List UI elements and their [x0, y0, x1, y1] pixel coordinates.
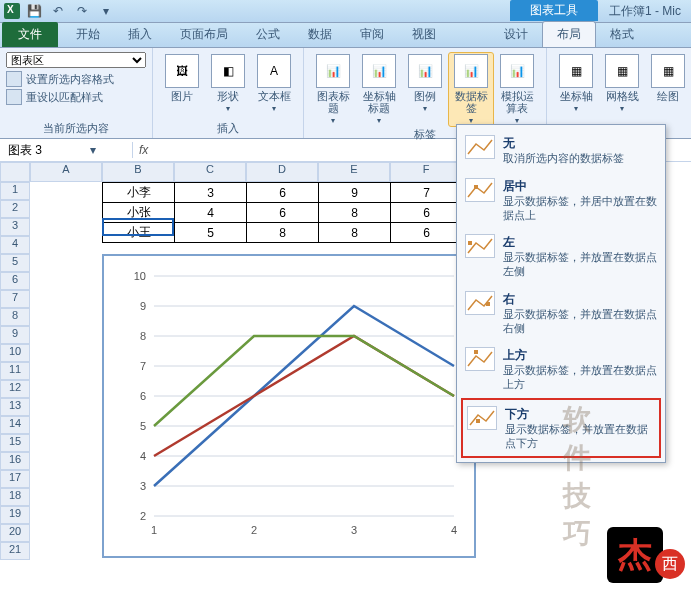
watermark: 软件技巧 杰 西: [607, 527, 685, 583]
group-label: 插入: [159, 121, 297, 136]
cell-B4[interactable]: 小王: [103, 223, 175, 243]
title-bar: 💾 ↶ ↷ ▾ 图表工具 工作簿1 - Mic: [0, 0, 691, 23]
data-labels-right[interactable]: 右显示数据标签，并放置在数据点右侧: [461, 285, 661, 342]
row-header[interactable]: 9: [0, 326, 30, 344]
data-labels-button[interactable]: 📊数据标签▾: [448, 52, 494, 127]
format-selection-button[interactable]: 设置所选内容格式: [6, 71, 146, 87]
row-header[interactable]: 21: [0, 542, 30, 560]
cell-C2[interactable]: 3: [175, 183, 247, 203]
redo-button[interactable]: ↷: [72, 2, 92, 20]
row-header[interactable]: 5: [0, 254, 30, 272]
select-all-corner[interactable]: [0, 162, 30, 182]
tab-layout[interactable]: 布局: [542, 21, 596, 47]
cell-F4[interactable]: 6: [391, 223, 463, 243]
cell-F2[interactable]: 7: [391, 183, 463, 203]
legend-button[interactable]: 📊图例▾: [402, 52, 448, 127]
data-labels-above[interactable]: 上方显示数据标签，并放置在数据点上方: [461, 341, 661, 398]
column-header[interactable]: D: [246, 162, 318, 182]
axis-titles-button[interactable]: 📊坐标轴标题▾: [356, 52, 402, 127]
row-header[interactable]: 12: [0, 380, 30, 398]
row-header[interactable]: 1: [0, 182, 30, 200]
data-table-button[interactable]: 📊模拟运算表▾: [494, 52, 540, 127]
chart-title-button[interactable]: 📊图表标题▾: [310, 52, 356, 127]
save-button[interactable]: 💾: [24, 2, 44, 20]
tab-insert[interactable]: 插入: [114, 22, 166, 47]
row-header[interactable]: 11: [0, 362, 30, 380]
center-icon: [465, 178, 495, 202]
row-header[interactable]: 10: [0, 344, 30, 362]
group-current-selection: 图表区 设置所选内容格式 重设以匹配样式 当前所选内容: [0, 48, 153, 138]
cell-B2[interactable]: 小李: [103, 183, 175, 203]
chevron-down-icon[interactable]: ▾: [90, 143, 96, 157]
row-header[interactable]: 6: [0, 272, 30, 290]
row-header[interactable]: 17: [0, 470, 30, 488]
cell-D2[interactable]: 6: [247, 183, 319, 203]
watermark-logo: 杰: [607, 527, 663, 583]
data-labels-none[interactable]: 无取消所选内容的数据标签: [461, 129, 661, 172]
svg-text:2: 2: [140, 510, 146, 522]
tab-design[interactable]: 设计: [490, 22, 542, 47]
excel-icon: [4, 3, 20, 19]
textbox-button[interactable]: A文本框▾: [251, 52, 297, 115]
row-header[interactable]: 19: [0, 506, 30, 524]
svg-text:2: 2: [251, 524, 257, 536]
svg-text:3: 3: [351, 524, 357, 536]
table-row: 小王 5 8 8 6: [103, 223, 463, 243]
row-header[interactable]: 20: [0, 524, 30, 542]
column-header[interactable]: F: [390, 162, 462, 182]
picture-icon: 🖼: [165, 54, 199, 88]
row-header[interactable]: 13: [0, 398, 30, 416]
name-box-input[interactable]: [6, 142, 90, 158]
chart-element-selector[interactable]: 图表区: [6, 52, 146, 68]
tab-review[interactable]: 审阅: [346, 22, 398, 47]
plot-button[interactable]: ▦绘图: [645, 52, 691, 115]
column-header[interactable]: E: [318, 162, 390, 182]
tab-data[interactable]: 数据: [294, 22, 346, 47]
plot-icon: ▦: [651, 54, 685, 88]
tab-format[interactable]: 格式: [596, 22, 648, 47]
data-labels-below[interactable]: 下方显示数据标签，并放置在数据点下方: [461, 398, 661, 459]
data-labels-left[interactable]: 左显示数据标签，并放置在数据点左侧: [461, 228, 661, 285]
tab-home[interactable]: 开始: [62, 22, 114, 47]
row-header[interactable]: 8: [0, 308, 30, 326]
undo-button[interactable]: ↶: [48, 2, 68, 20]
fx-icon[interactable]: fx: [139, 143, 148, 157]
cell-D4[interactable]: 8: [247, 223, 319, 243]
row-header[interactable]: 15: [0, 434, 30, 452]
cell-F3[interactable]: 6: [391, 203, 463, 223]
cell-E4[interactable]: 8: [319, 223, 391, 243]
column-header[interactable]: C: [174, 162, 246, 182]
axes-button[interactable]: ▦坐标轴▾: [553, 52, 599, 115]
cell-D3[interactable]: 6: [247, 203, 319, 223]
cell-B3[interactable]: 小张: [103, 203, 175, 223]
cell-C3[interactable]: 4: [175, 203, 247, 223]
cell-E2[interactable]: 9: [319, 183, 391, 203]
cell-E3[interactable]: 8: [319, 203, 391, 223]
row-header[interactable]: 14: [0, 416, 30, 434]
cell-C4[interactable]: 5: [175, 223, 247, 243]
data-labels-center[interactable]: 居中显示数据标签，并居中放置在数据点上: [461, 172, 661, 229]
row-header[interactable]: 7: [0, 290, 30, 308]
row-header[interactable]: 3: [0, 218, 30, 236]
shapes-button[interactable]: ◧形状▾: [205, 52, 251, 115]
tab-file[interactable]: 文件: [2, 22, 58, 47]
tab-formulas[interactable]: 公式: [242, 22, 294, 47]
embedded-chart[interactable]: 23456789101234: [102, 254, 476, 558]
watermark-text: 软件技巧: [563, 401, 595, 553]
reset-style-button[interactable]: 重设以匹配样式: [6, 89, 146, 105]
column-header[interactable]: A: [30, 162, 102, 182]
tab-view[interactable]: 视图: [398, 22, 450, 47]
row-header[interactable]: 18: [0, 488, 30, 506]
name-box[interactable]: ▾: [0, 142, 133, 158]
row-header[interactable]: 2: [0, 200, 30, 218]
gridlines-button[interactable]: ▦网格线▾: [599, 52, 645, 115]
row-header[interactable]: 16: [0, 452, 30, 470]
tab-page-layout[interactable]: 页面布局: [166, 22, 242, 47]
svg-text:10: 10: [134, 270, 146, 282]
row-header[interactable]: 4: [0, 236, 30, 254]
picture-button[interactable]: 🖼图片: [159, 52, 205, 115]
svg-text:4: 4: [451, 524, 457, 536]
column-header[interactable]: B: [102, 162, 174, 182]
svg-rect-24: [486, 302, 490, 306]
qat-customize-button[interactable]: ▾: [96, 2, 116, 20]
